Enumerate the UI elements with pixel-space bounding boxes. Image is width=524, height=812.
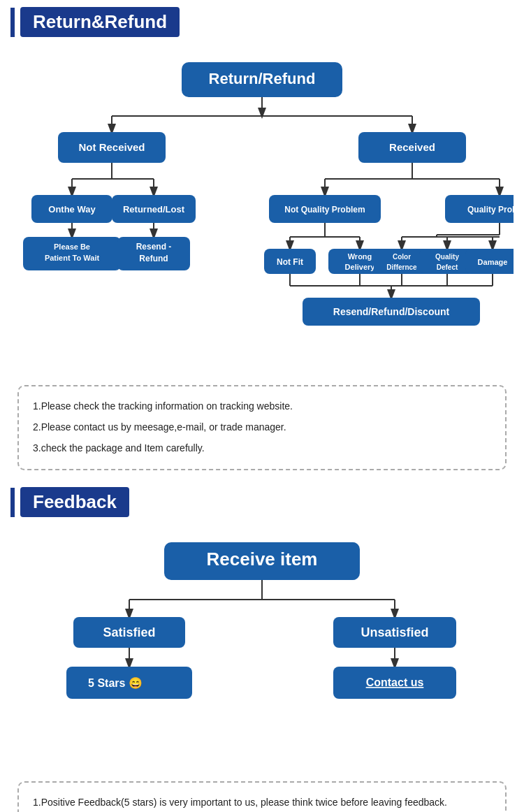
svg-text:Satisfied: Satisfied <box>103 625 155 639</box>
svg-text:Patient To Wait: Patient To Wait <box>45 254 100 262</box>
svg-text:Delivery: Delivery <box>345 263 376 271</box>
svg-text:Quality Problem: Quality Problem <box>467 205 514 215</box>
svg-text:Not Quality Problem: Not Quality Problem <box>284 205 365 215</box>
svg-text:Unsatisfied: Unsatisfied <box>361 625 428 639</box>
info-line-1: 1.Please check the tracking information … <box>33 396 491 416</box>
info-line-2: 2.Please contact us by meesage,e-mail, o… <box>33 417 491 437</box>
return-info-box: 1.Please check the tracking information … <box>17 385 507 470</box>
section-title-return: Return&Refund <box>20 7 180 37</box>
svg-text:Color: Color <box>393 253 411 261</box>
feedback-info-box: 1.Positive Feedback(5 stars) is very imp… <box>17 781 507 812</box>
svg-text:Defect: Defect <box>437 263 458 271</box>
svg-text:Resend/Refund/Discount: Resend/Refund/Discount <box>333 306 450 317</box>
svg-text:Onthe Way: Onthe Way <box>48 204 96 215</box>
return-refund-flowchart: Return/Refund Not Received Received Onth… <box>10 50 514 385</box>
feedback-info-line-1: 1.Positive Feedback(5 stars) is very imp… <box>33 792 491 812</box>
svg-text:Returned/Lost: Returned/Lost <box>123 204 185 215</box>
feedback-header: Feedback <box>10 487 514 517</box>
header-bar <box>10 8 15 37</box>
svg-text:Please Be: Please Be <box>54 242 90 251</box>
svg-text:Receive item: Receive item <box>207 549 318 570</box>
feedback-flowchart: Receive item Satisfied Unsatisfied 5 Sta… <box>10 530 514 781</box>
svg-text:Not Fit: Not Fit <box>277 257 303 267</box>
svg-text:Resend -: Resend - <box>136 242 172 252</box>
received-label: Received <box>389 141 435 153</box>
svg-text:Damage: Damage <box>478 258 508 266</box>
svg-text:Refund: Refund <box>139 254 168 263</box>
svg-text:Contact us: Contact us <box>366 676 424 688</box>
return-refund-header: Return&Refund <box>10 7 514 37</box>
svg-text:Wrong: Wrong <box>348 252 372 261</box>
svg-text:5 Stars 😄: 5 Stars 😄 <box>88 676 143 690</box>
info-line-3: 3.check the package and Item carefully. <box>33 438 491 458</box>
feedback-header-bar <box>10 488 15 517</box>
not-received-label: Not Received <box>78 141 145 153</box>
svg-text:Quality: Quality <box>435 253 459 261</box>
section-title-feedback: Feedback <box>20 487 129 517</box>
root-node-label: Return/Refund <box>209 70 316 87</box>
svg-text:Differnce: Differnce <box>386 263 417 271</box>
